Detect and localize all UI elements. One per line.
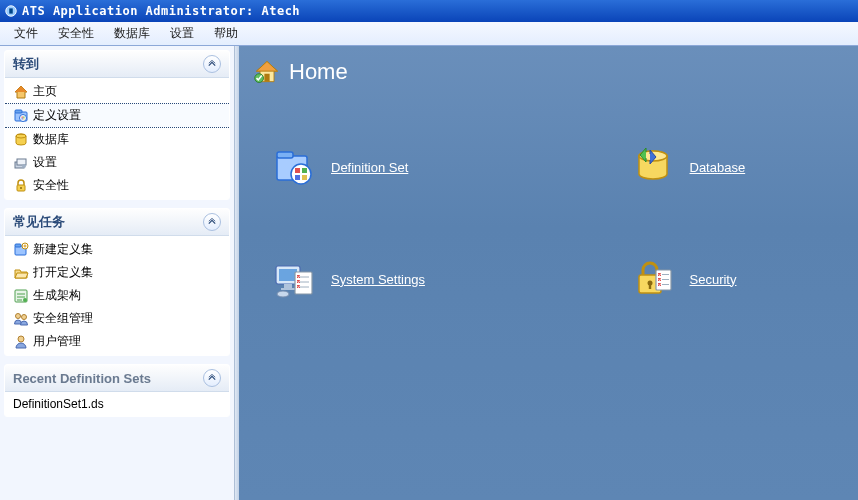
panel-tasks-header: 常见任务: [5, 209, 229, 236]
svg-rect-34: [302, 168, 307, 173]
menu-settings[interactable]: 设置: [160, 22, 204, 45]
tile-label: Definition Set: [331, 160, 408, 175]
nav-item-label: 打开定义集: [33, 264, 93, 281]
tile-label: Database: [690, 160, 746, 175]
nav-item-label: 用户管理: [33, 333, 81, 350]
menu-help[interactable]: 帮助: [204, 22, 248, 45]
svg-rect-7: [22, 116, 23, 117]
nav-item-label: 新建定义集: [33, 241, 93, 258]
database-icon: [13, 132, 29, 148]
tile-definition-set[interactable]: Definition Set: [265, 146, 547, 188]
chevron-up-icon: [208, 374, 216, 382]
svg-point-17: [20, 187, 22, 189]
task-item-open-definition-set[interactable]: 打开定义集: [5, 261, 229, 284]
sidebar-item-security[interactable]: 安全性: [5, 174, 229, 197]
panel-recent-header: Recent Definition Sets: [5, 365, 229, 392]
svg-rect-36: [302, 175, 307, 180]
svg-point-47: [277, 291, 289, 297]
panel-recent: Recent Definition Sets DefinitionSet1.ds: [4, 364, 230, 417]
menu-file[interactable]: 文件: [4, 22, 48, 45]
open-def-icon: [13, 265, 29, 281]
svg-point-23: [16, 313, 21, 318]
user-mgmt-icon: [13, 334, 29, 350]
svg-rect-50: [648, 284, 650, 289]
tile-grid: Definition Set Database System Settings: [235, 136, 858, 310]
tile-system-settings[interactable]: System Settings: [265, 258, 547, 300]
sidebar-item-database[interactable]: 数据库: [5, 128, 229, 151]
svg-point-25: [18, 336, 24, 342]
panel-tasks-title: 常见任务: [13, 213, 65, 231]
definition-set-icon: [273, 146, 315, 188]
task-item-new-definition-set[interactable]: 新建定义集: [5, 238, 229, 261]
nav-item-label: 设置: [33, 154, 57, 171]
menu-database[interactable]: 数据库: [104, 22, 160, 45]
nav-item-label: 定义设置: [33, 107, 81, 124]
sidebar-item-settings[interactable]: 设置: [5, 151, 229, 174]
database-icon: [632, 146, 674, 188]
nav-item-label: 安全性: [33, 177, 69, 194]
nav-item-label: 数据库: [33, 131, 69, 148]
nav-item-label: 安全组管理: [33, 310, 93, 327]
nav-item-label: 主页: [33, 83, 57, 100]
gen-schema-icon: [13, 288, 29, 304]
recent-item[interactable]: DefinitionSet1.ds: [5, 394, 229, 414]
svg-point-6: [20, 114, 27, 121]
svg-rect-10: [23, 118, 24, 119]
home-icon: [13, 84, 29, 100]
panel-recent-title: Recent Definition Sets: [13, 371, 151, 386]
sidebar-item-definition[interactable]: 定义设置: [5, 103, 229, 128]
panel-tasks-collapse[interactable]: [203, 213, 221, 231]
sec-group-icon: [13, 311, 29, 327]
panel-recent-collapse[interactable]: [203, 369, 221, 387]
svg-rect-1: [9, 8, 13, 13]
titlebar: ATS Application Administrator: Atech: [0, 0, 858, 22]
tile-security[interactable]: Security: [547, 258, 829, 300]
settings-icon: [13, 155, 29, 171]
menubar: 文件 安全性 数据库 设置 帮助: [0, 22, 858, 46]
svg-rect-28: [264, 74, 269, 82]
security-icon: [13, 178, 29, 194]
panel-tasks-body: 新建定义集 打开定义集 生成架构 安全组管理 用户管理: [5, 236, 229, 355]
svg-rect-41: [284, 284, 292, 288]
panel-goto-title: 转到: [13, 55, 39, 73]
main-content: Home Definition Set Database: [235, 46, 858, 500]
new-def-icon: [13, 242, 29, 258]
page-title: Home: [289, 59, 348, 85]
svg-point-22: [23, 298, 27, 302]
svg-rect-9: [22, 118, 23, 119]
svg-rect-42: [281, 288, 295, 290]
panel-recent-body: DefinitionSet1.ds: [5, 392, 229, 416]
system-settings-icon: [273, 258, 315, 300]
svg-marker-3: [15, 86, 27, 92]
app-icon: [4, 4, 18, 18]
chevron-up-icon: [208, 218, 216, 226]
svg-point-24: [22, 314, 27, 319]
task-item-generate-schema[interactable]: 生成架构: [5, 284, 229, 307]
svg-rect-8: [23, 116, 24, 117]
tile-label: System Settings: [331, 272, 425, 287]
nav-item-label: 生成架构: [33, 287, 81, 304]
svg-rect-19: [15, 244, 21, 247]
task-item-user-management[interactable]: 用户管理: [5, 330, 229, 353]
chevron-up-icon: [208, 60, 216, 68]
task-item-security-group[interactable]: 安全组管理: [5, 307, 229, 330]
svg-point-15: [22, 164, 26, 168]
page-header: Home: [235, 46, 858, 92]
definition-icon: [13, 108, 29, 124]
recent-item-label: DefinitionSet1.ds: [13, 397, 104, 411]
security-tile-icon: [632, 258, 674, 300]
svg-rect-33: [295, 168, 300, 173]
menu-security[interactable]: 安全性: [48, 22, 104, 45]
svg-rect-31: [277, 152, 293, 158]
svg-marker-27: [257, 62, 278, 72]
panel-goto-body: 主页 定义设置 数据库 设置 安全性: [5, 78, 229, 199]
window-title: ATS Application Administrator: Atech: [22, 4, 300, 18]
home-icon: [253, 58, 281, 86]
panel-goto-collapse[interactable]: [203, 55, 221, 73]
panel-goto-header: 转到: [5, 51, 229, 78]
panel-goto: 转到 主页 定义设置 数据库: [4, 50, 230, 200]
panel-tasks: 常见任务 新建定义集 打开定义集 生成架构: [4, 208, 230, 356]
sidebar-item-home[interactable]: 主页: [5, 80, 229, 103]
tile-database[interactable]: Database: [547, 146, 829, 188]
svg-rect-35: [295, 175, 300, 180]
